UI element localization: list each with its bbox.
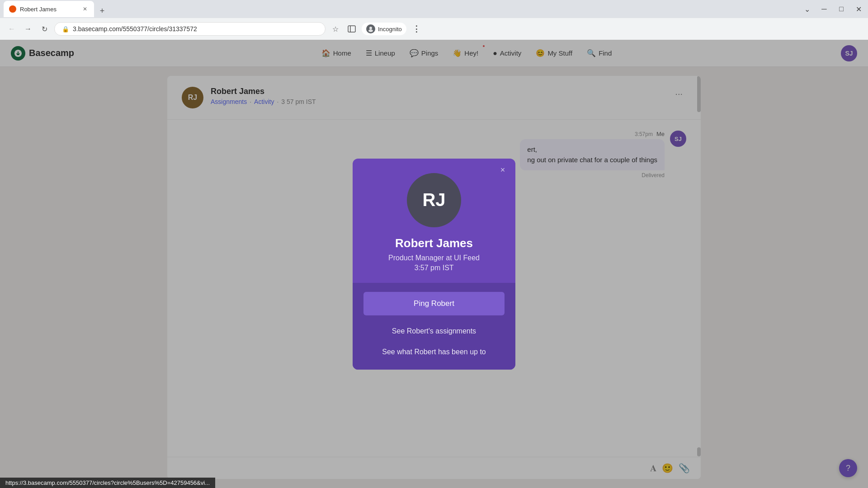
modal-actions-inner: Ping Robert See Robert's assignments See…: [353, 283, 515, 370]
forward-button[interactable]: →: [22, 23, 34, 35]
modal-user-name: Robert James: [395, 236, 473, 250]
new-tab-button[interactable]: +: [96, 5, 108, 17]
modal-user-title: Product Manager at UI Feed: [388, 254, 480, 262]
sidebar-button[interactable]: [345, 23, 358, 35]
window-maximize-button[interactable]: □: [835, 3, 847, 15]
tab-area: Robert James ✕ +: [4, 1, 801, 17]
url-text: 3.basecamp.com/5550377/circles/31337572: [73, 25, 197, 33]
window-controls: ⌄ ─ □ ✕: [801, 3, 864, 15]
bookmark-button[interactable]: ☆: [329, 23, 342, 35]
status-bar: https://3.basecamp.com/5550377/circles?c…: [0, 478, 215, 488]
window-down-button[interactable]: ⌄: [801, 3, 813, 15]
svg-point-4: [368, 29, 373, 32]
tab-title: Robert James: [20, 6, 78, 13]
svg-point-0: [10, 7, 15, 11]
modal-close-button[interactable]: ×: [496, 164, 509, 177]
modal-user-avatar: RJ: [407, 173, 461, 227]
browser-chrome: Robert James ✕ + ⌄ ─ □ ✕ ← → ↻ 🔒 3.basec…: [0, 0, 868, 40]
ping-button[interactable]: Ping Robert: [363, 292, 505, 315]
modal-overlay[interactable]: × RJ Robert James Product Manager at UI …: [0, 40, 868, 488]
tab-close-button[interactable]: ✕: [81, 5, 89, 13]
see-activity-button[interactable]: See what Robert has been up to: [358, 342, 510, 362]
incognito-badge: Incognito: [362, 23, 406, 35]
back-button[interactable]: ←: [5, 23, 18, 35]
modal-actions: Ping Robert See Robert's assignments See…: [353, 283, 515, 370]
user-profile-modal: × RJ Robert James Product Manager at UI …: [353, 159, 515, 370]
window-minimize-button[interactable]: ─: [818, 3, 830, 15]
browser-more-button[interactable]: ⋮: [410, 23, 423, 35]
incognito-icon: [366, 24, 375, 33]
svg-point-3: [369, 27, 372, 29]
browser-address-bar-row: ← → ↻ 🔒 3.basecamp.com/5550377/circles/3…: [0, 18, 868, 40]
reload-button[interactable]: ↻: [38, 23, 51, 35]
tab-favicon: [9, 5, 16, 13]
browser-tab[interactable]: Robert James ✕: [4, 1, 94, 17]
incognito-label: Incognito: [378, 26, 402, 33]
modal-user-time: 3:57 pm IST: [414, 264, 453, 272]
address-bar[interactable]: 🔒 3.basecamp.com/5550377/circles/3133757…: [54, 22, 326, 36]
modal-header: RJ Robert James Product Manager at UI Fe…: [353, 159, 515, 283]
window-close-button[interactable]: ✕: [853, 3, 864, 15]
see-assignments-button[interactable]: See Robert's assignments: [358, 321, 510, 342]
status-url: https://3.basecamp.com/5550377/circles?c…: [5, 479, 210, 486]
svg-rect-1: [348, 26, 355, 32]
browser-titlebar: Robert James ✕ + ⌄ ─ □ ✕: [0, 0, 868, 18]
